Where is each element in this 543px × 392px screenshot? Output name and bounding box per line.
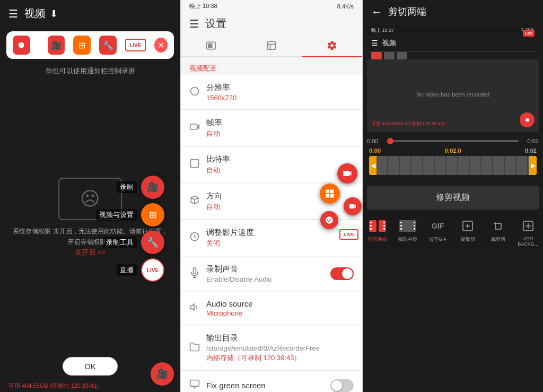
storage-info: 可用 404.55GB (可录制 120:39:41): [8, 382, 172, 390]
audio-source-value: Microphone: [206, 309, 354, 317]
setting-framerate[interactable]: 帧率 自动: [181, 110, 362, 146]
framerate-value: 自动: [206, 129, 354, 138]
mid-menu-icon[interactable]: ☰: [189, 18, 199, 30]
tab-image[interactable]: [241, 35, 302, 57]
timeline-section: 0:00 0:02 0:00 0:02.0 0:02 ◀ ▶: [363, 134, 543, 184]
grid-quick-btn[interactable]: ⊞: [73, 36, 91, 55]
video-quick-btn[interactable]: 🎥: [48, 36, 65, 55]
mid-network: 8.4K/s: [337, 3, 354, 10]
ok-button[interactable]: OK: [63, 357, 118, 376]
orientation-value: 自动: [206, 202, 354, 212]
action-add-bg[interactable]: ADD BACKG...: [513, 218, 543, 247]
video-strip[interactable]: ◀ ▶: [369, 156, 537, 175]
record-quick-btn[interactable]: ⏺: [13, 36, 30, 55]
video-settings-label: 视频与设置: [96, 209, 137, 221]
action-cut-middle[interactable]: 截取中段: [393, 218, 423, 247]
setting-green-screen[interactable]: Fix green screen: [181, 371, 362, 392]
strip-right-arrow[interactable]: ▶: [529, 156, 537, 175]
mid-title: 设置: [205, 16, 226, 31]
extract-icon: [457, 218, 478, 234]
svg-rect-17: [383, 228, 385, 230]
cut-video-button[interactable]: 修剪视频: [367, 186, 539, 210]
preview-time: 晚上 10:37: [371, 27, 394, 34]
preview-tab-active[interactable]: [371, 52, 382, 59]
audio-toggle[interactable]: [330, 267, 354, 280]
gif-label: 转至GIF: [429, 236, 446, 243]
edit-badge: Edit: [523, 30, 535, 37]
live-label: 直播: [117, 264, 137, 276]
strip-frames: [376, 156, 529, 175]
record-tool-float-btn[interactable]: 🔧: [141, 231, 164, 254]
svg-rect-23: [414, 225, 415, 227]
bitrate-label: 比特率: [206, 154, 354, 164]
timeline-range-row: 0:00 0:02.0 0:02: [367, 147, 539, 154]
timeline-track[interactable]: [387, 140, 519, 142]
svg-rect-15: [383, 222, 385, 223]
preview-tabs: [367, 52, 539, 59]
crop-label: 裁剪切: [491, 236, 505, 243]
resolution-value: 1560x720: [206, 94, 354, 102]
cut-middle-label: 截取中段: [398, 236, 417, 243]
action-gif[interactable]: GIF 转至GIF: [423, 218, 453, 247]
back-icon[interactable]: ←: [371, 6, 382, 18]
setting-orientation[interactable]: 方向 自动: [181, 184, 362, 220]
float-actions: 录制 🎥 视频与设置 ⊞ 录制工具 🔧 直播 LIVE: [96, 176, 164, 282]
mid-status-bar: 晚上 10:38 8.4K/s: [181, 0, 362, 12]
svg-rect-2: [268, 42, 276, 50]
svg-rect-21: [400, 228, 402, 230]
live-float-btn[interactable]: LIVE: [141, 258, 164, 282]
setting-output-dir[interactable]: 输出目录 /storage/emulated/0/AzRecorderFree …: [181, 326, 362, 371]
resolution-content: 分辨率 1560x720: [206, 83, 354, 102]
preview-tab-2[interactable]: [397, 52, 407, 59]
record-tool-label: 录制工具: [103, 237, 137, 248]
setting-audio[interactable]: 录制声音 Enable/Disable Audio: [181, 257, 362, 291]
setting-bitrate[interactable]: 比特率 自动: [181, 147, 362, 183]
menu-icon[interactable]: ☰: [8, 7, 18, 20]
svg-rect-13: [370, 225, 372, 227]
strip-left-arrow[interactable]: ◀: [369, 156, 376, 175]
preview-storage: 可用 404.55GB (可录制 120:39:43): [371, 120, 445, 127]
video-settings-float-btn[interactable]: ⊞: [141, 203, 164, 227]
audio-label: 录制声音: [206, 264, 330, 274]
setting-speed[interactable]: 调整影片速度 关闭: [181, 220, 362, 256]
setting-audio-source[interactable]: Audio source Microphone: [181, 292, 362, 325]
setting-resolution[interactable]: 分辨率 1560x720: [181, 75, 362, 110]
live-row: 直播 LIVE: [96, 258, 164, 282]
left-content: ☹ 系统存储权限 未开启，无法使用此功能。请前往设置，开启存储权限。 去开启 >…: [0, 79, 180, 357]
add-bg-label: ADD BACKG...: [513, 236, 543, 247]
svg-point-5: [191, 87, 199, 95]
green-screen-content: Fix green screen: [206, 381, 330, 390]
panel-middle: 晚上 10:38 8.4K/s ☰ 设置 视频配置 分辨率 1560x720: [180, 0, 363, 392]
download-icon[interactable]: ⬇: [50, 8, 58, 20]
tab-video[interactable]: [181, 35, 241, 57]
record-float-btn[interactable]: 🎥: [141, 176, 164, 199]
left-title: 视频: [24, 6, 46, 21]
preview-tab-1[interactable]: [384, 52, 395, 59]
preview-statusbar: 晚上 10:37 1.2K/s: [367, 25, 539, 36]
svg-rect-1: [208, 43, 212, 48]
crop-icon: [487, 218, 509, 234]
output-dir-path: /storage/emulated/0/AzRecorderFree: [206, 344, 354, 352]
green-screen-toggle[interactable]: [330, 379, 354, 392]
tool-quick-btn[interactable]: 🔧: [99, 36, 117, 55]
camera-fab[interactable]: 🎥: [151, 362, 174, 386]
action-crop[interactable]: 裁剪切: [483, 218, 513, 247]
svg-rect-12: [370, 222, 372, 223]
range-start: 0:00: [369, 147, 381, 154]
timeline-start: 0:00: [367, 138, 383, 144]
action-extract[interactable]: 提取切: [453, 218, 483, 247]
action-cut-ends[interactable]: 剪切两端: [363, 218, 393, 247]
separator: [39, 38, 39, 53]
range-end: 0:02: [525, 147, 537, 154]
cut-ends-icon: [367, 218, 388, 234]
mid-tabs: [181, 35, 362, 57]
timeline-dot[interactable]: [387, 138, 393, 144]
close-quick-btn[interactable]: ✕: [154, 38, 168, 53]
green-screen-icon: [189, 379, 206, 392]
preview-topbar: ☰ 视频: [367, 35, 539, 51]
live-quick-btn[interactable]: LIVE: [125, 39, 146, 51]
bitrate-value: 自动: [206, 165, 354, 175]
preview-record-btn[interactable]: ■: [520, 112, 535, 127]
settings-list: 分辨率 1560x720 帧率 自动 比特率 自动: [181, 75, 362, 392]
tab-settings[interactable]: [302, 35, 362, 57]
